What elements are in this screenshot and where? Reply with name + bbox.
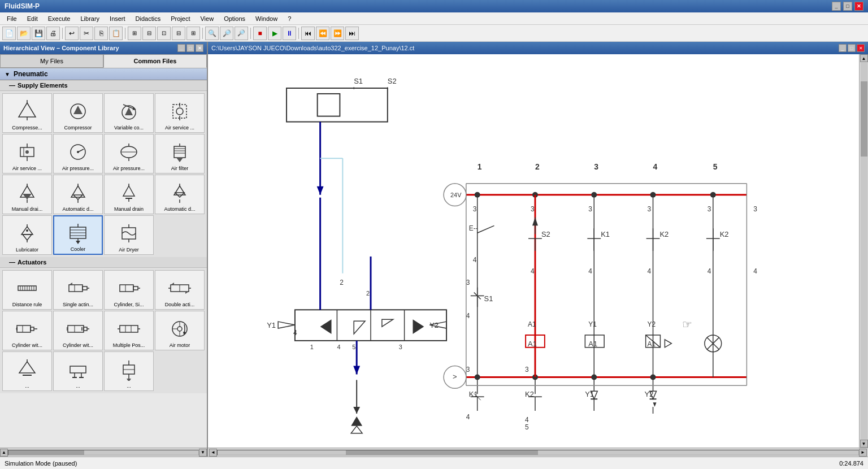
tb-zoom-in[interactable]: 🔎 (220, 27, 233, 40)
component-double-act[interactable]: Double acti... (155, 270, 205, 310)
tb-zoom-fit[interactable]: 🔍 (205, 27, 219, 40)
tb-pause[interactable]: ⏸ (283, 27, 296, 40)
canvas-maximize[interactable]: □ (848, 44, 856, 52)
menu-insert[interactable]: Insert (105, 14, 130, 23)
tb-cut[interactable]: ✂ (80, 27, 93, 40)
menu-execute[interactable]: Execute (44, 14, 75, 23)
component-manual-drain2[interactable]: Manual drain (104, 175, 154, 214)
component-cooler[interactable]: Cooler (53, 215, 103, 255)
tb-paste[interactable]: 📋 (109, 27, 123, 40)
tab-common-files[interactable]: Common Files (103, 54, 207, 68)
scroll-down[interactable]: ▼ (199, 449, 207, 457)
tb-rew[interactable]: ⏮ (301, 27, 315, 40)
scrollbar-down-btn[interactable]: ▼ (860, 440, 868, 448)
svg-text:Y2: Y2 (648, 320, 656, 328)
scrollbar-thumb-v[interactable] (861, 81, 867, 157)
svg-text:Y1: Y1 (588, 320, 597, 328)
tb-undo[interactable]: ↩ (65, 27, 79, 40)
menu-view[interactable]: View (196, 14, 218, 23)
tb-fwd[interactable]: ⏭ (345, 27, 359, 40)
scrollbar-left-btn[interactable]: ◄ (209, 449, 217, 457)
svg-marker-30 (176, 158, 183, 162)
menu-didactics[interactable]: Didactics (131, 14, 166, 23)
tb-print[interactable]: 🖨 (46, 27, 60, 40)
tb-play[interactable]: ▶ (268, 27, 281, 40)
component-cyl-wit1[interactable]: Cylinder wit... (2, 311, 52, 350)
component-cyl-wit2[interactable]: Cylinder wit... (53, 311, 103, 350)
component-auto-drain2[interactable]: Automatic d... (155, 175, 205, 214)
canvas-close[interactable]: ✕ (857, 44, 865, 52)
tb-align1[interactable]: ⊞ (128, 27, 141, 40)
component-unk3[interactable]: ... (104, 351, 154, 391)
multiple-pos-label: Multiple Pos... (113, 342, 145, 349)
component-distance-rule[interactable]: Distance rule (2, 270, 52, 310)
tb-step-back[interactable]: ⏪ (316, 27, 329, 40)
component-air-filter[interactable]: Air filter (155, 134, 205, 173)
component-compressor2[interactable]: Compressor (53, 93, 103, 133)
component-unk2[interactable]: ... (53, 351, 103, 391)
variable-comp-label: Variable co... (114, 125, 144, 131)
tb-new[interactable]: 📄 (2, 27, 16, 40)
tb-align4[interactable]: ⊟ (172, 27, 185, 40)
component-air-pressure1[interactable]: Air pressure... (53, 134, 103, 173)
single-act-icon (66, 276, 90, 301)
menu-help[interactable]: ? (283, 14, 296, 23)
app-title: FluidSIM-P (5, 2, 40, 10)
tb-open[interactable]: 📂 (17, 27, 31, 40)
panel-close[interactable]: ✕ (196, 44, 203, 52)
svg-rect-70 (69, 285, 83, 292)
tb-align2[interactable]: ⊟ (142, 27, 156, 40)
subsection-supply-elements[interactable]: — Supply Elements (0, 80, 207, 91)
menu-window[interactable]: Window (251, 14, 282, 23)
scroll-up[interactable]: ▲ (0, 449, 8, 457)
unk1-icon (15, 357, 40, 382)
component-variable-comp[interactable]: Variable co... (104, 93, 154, 133)
component-multiple-pos[interactable]: Multiple Pos... (104, 311, 154, 350)
component-lubricator[interactable]: Lubricator (2, 215, 52, 255)
tb-align3[interactable]: ⊡ (157, 27, 171, 40)
component-compressor1[interactable]: Compresse... (2, 93, 52, 133)
section-pneumatic[interactable]: ▼ Pneumatic (0, 68, 207, 80)
component-unk1[interactable]: ... (2, 351, 52, 391)
component-air-service1[interactable]: Air service ... (155, 93, 205, 133)
panel-maximize[interactable]: □ (186, 44, 194, 52)
menu-edit[interactable]: Edit (23, 14, 42, 23)
panel-minimize[interactable]: _ (177, 44, 185, 52)
tb-copy[interactable]: ⎘ (94, 27, 108, 40)
menu-project[interactable]: Project (166, 14, 194, 23)
svg-text:3: 3 (531, 205, 535, 213)
menu-library[interactable]: Library (76, 14, 104, 23)
component-manual-drain1[interactable]: Manual drai... (2, 175, 52, 214)
main-area: Hierarchical View – Component Library _ … (0, 42, 868, 457)
scrollbar-right-btn[interactable]: ► (859, 449, 867, 457)
tab-my-files[interactable]: My Files (0, 54, 103, 68)
tb-zoom-out[interactable]: 🔎 (235, 27, 248, 40)
svg-text:5: 5 (713, 162, 718, 171)
sep5 (298, 28, 299, 39)
svg-text:Y1: Y1 (267, 321, 276, 329)
component-air-dryer[interactable]: Air Dryer (104, 215, 154, 255)
component-single-act[interactable]: Single actin... (53, 270, 103, 310)
canvas-minimize[interactable]: _ (839, 44, 847, 52)
component-air-motor[interactable]: Air motor (155, 311, 205, 350)
maximize-btn[interactable]: □ (843, 2, 852, 11)
scroll-thumb[interactable] (8, 450, 84, 455)
menu-options[interactable]: Options (219, 14, 250, 23)
subsection-actuators[interactable]: — Actuators (0, 257, 207, 268)
canvas-area[interactable]: S1 S2 4 2 (208, 54, 859, 448)
component-air-service2[interactable]: Air service ... (2, 134, 52, 173)
close-btn[interactable]: ✕ (854, 2, 863, 11)
component-auto-drain1[interactable]: Automatic d... (53, 175, 103, 214)
tb-step-fwd[interactable]: ⏩ (331, 27, 344, 40)
scrollbar-up-btn[interactable]: ▲ (860, 54, 868, 62)
scrollbar-thumb-h[interactable] (346, 450, 538, 455)
tb-align5[interactable]: ⊞ (186, 27, 200, 40)
component-cylinder-si[interactable]: Cylinder, Si... (104, 270, 154, 310)
tb-stop[interactable]: ■ (253, 27, 267, 40)
scrollbar-track-h (217, 450, 859, 455)
minimize-btn[interactable]: _ (832, 2, 841, 11)
menu-file[interactable]: File (2, 14, 21, 23)
tb-save[interactable]: 💾 (32, 27, 45, 40)
component-air-pressure2[interactable]: Air pressure... (104, 134, 154, 173)
double-act-label: Double acti... (165, 302, 195, 308)
